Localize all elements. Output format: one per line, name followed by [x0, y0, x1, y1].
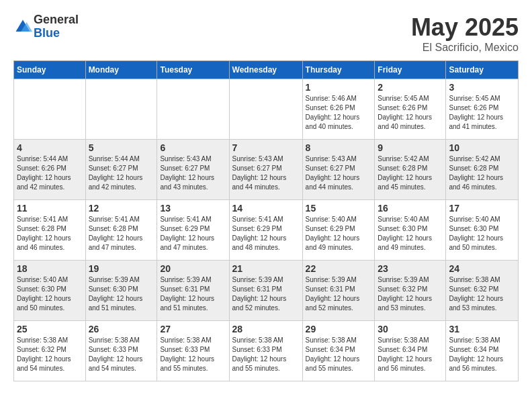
- weekday-header: Sunday: [14, 61, 86, 79]
- day-number: 30: [378, 324, 443, 334]
- title-block: May 2025 El Sacrificio, Mexico: [411, 13, 519, 54]
- calendar-cell: 31Sunrise: 5:38 AM Sunset: 6:34 PM Dayli…: [446, 321, 519, 381]
- calendar-cell: 27Sunrise: 5:38 AM Sunset: 6:33 PM Dayli…: [157, 321, 229, 381]
- day-number: 20: [160, 263, 226, 274]
- day-info: Sunrise: 5:38 AM Sunset: 6:33 PM Dayligh…: [89, 336, 154, 373]
- day-number: 3: [449, 82, 515, 93]
- day-number: 4: [17, 142, 83, 153]
- day-info: Sunrise: 5:40 AM Sunset: 6:29 PM Dayligh…: [306, 215, 372, 253]
- day-info: Sunrise: 5:39 AM Sunset: 6:31 PM Dayligh…: [160, 275, 226, 313]
- calendar-cell: 6Sunrise: 5:43 AM Sunset: 6:27 PM Daylig…: [157, 140, 229, 200]
- day-number: 17: [449, 203, 515, 214]
- calendar-week-row: 1Sunrise: 5:46 AM Sunset: 6:26 PM Daylig…: [14, 79, 519, 140]
- day-info: Sunrise: 5:46 AM Sunset: 6:26 PM Dayligh…: [306, 94, 372, 132]
- day-info: Sunrise: 5:40 AM Sunset: 6:30 PM Dayligh…: [378, 215, 443, 253]
- calendar-week-row: 18Sunrise: 5:40 AM Sunset: 6:30 PM Dayli…: [14, 261, 519, 321]
- calendar-cell: 16Sunrise: 5:40 AM Sunset: 6:30 PM Dayli…: [375, 200, 446, 261]
- logo-general: General: [34, 13, 79, 27]
- weekday-header: Tuesday: [157, 61, 229, 79]
- calendar-week-row: 11Sunrise: 5:41 AM Sunset: 6:28 PM Dayli…: [14, 200, 519, 261]
- day-number: 1: [306, 82, 372, 93]
- day-info: Sunrise: 5:41 AM Sunset: 6:29 PM Dayligh…: [232, 215, 300, 253]
- day-number: 29: [306, 324, 372, 334]
- calendar-cell: [14, 79, 86, 140]
- calendar-cell: 2Sunrise: 5:45 AM Sunset: 6:26 PM Daylig…: [375, 79, 446, 140]
- calendar-cell: 4Sunrise: 5:44 AM Sunset: 6:26 PM Daylig…: [14, 140, 86, 200]
- logo: General Blue: [13, 13, 79, 40]
- calendar-week-row: 25Sunrise: 5:38 AM Sunset: 6:32 PM Dayli…: [14, 321, 519, 381]
- day-info: Sunrise: 5:40 AM Sunset: 6:30 PM Dayligh…: [17, 275, 83, 313]
- day-number: 12: [89, 203, 154, 214]
- calendar-cell: 20Sunrise: 5:39 AM Sunset: 6:31 PM Dayli…: [157, 261, 229, 321]
- day-number: 2: [378, 82, 443, 93]
- day-info: Sunrise: 5:41 AM Sunset: 6:28 PM Dayligh…: [17, 215, 83, 253]
- day-number: 8: [306, 142, 372, 153]
- day-info: Sunrise: 5:45 AM Sunset: 6:26 PM Dayligh…: [449, 94, 515, 132]
- calendar-cell: 14Sunrise: 5:41 AM Sunset: 6:29 PM Dayli…: [229, 200, 302, 261]
- day-info: Sunrise: 5:43 AM Sunset: 6:27 PM Dayligh…: [232, 154, 300, 192]
- calendar-cell: [229, 79, 302, 140]
- day-info: Sunrise: 5:41 AM Sunset: 6:28 PM Dayligh…: [89, 215, 154, 253]
- calendar-cell: 26Sunrise: 5:38 AM Sunset: 6:33 PM Dayli…: [85, 321, 157, 381]
- day-number: 26: [89, 324, 154, 334]
- day-info: Sunrise: 5:42 AM Sunset: 6:28 PM Dayligh…: [449, 154, 515, 192]
- day-info: Sunrise: 5:39 AM Sunset: 6:30 PM Dayligh…: [89, 275, 154, 313]
- day-number: 22: [306, 263, 372, 274]
- day-info: Sunrise: 5:45 AM Sunset: 6:26 PM Dayligh…: [378, 94, 443, 132]
- logo-icon: [13, 17, 32, 36]
- calendar-cell: 30Sunrise: 5:38 AM Sunset: 6:34 PM Dayli…: [375, 321, 446, 381]
- day-number: 6: [160, 142, 226, 153]
- day-number: 25: [17, 324, 83, 334]
- calendar-cell: 17Sunrise: 5:40 AM Sunset: 6:30 PM Dayli…: [446, 200, 519, 261]
- day-number: 9: [378, 142, 443, 153]
- calendar-cell: 12Sunrise: 5:41 AM Sunset: 6:28 PM Dayli…: [85, 200, 157, 261]
- day-number: 14: [232, 203, 300, 214]
- day-number: 21: [232, 263, 300, 274]
- day-info: Sunrise: 5:39 AM Sunset: 6:32 PM Dayligh…: [378, 275, 443, 313]
- day-number: 31: [449, 324, 515, 334]
- calendar-week-row: 4Sunrise: 5:44 AM Sunset: 6:26 PM Daylig…: [14, 140, 519, 200]
- day-number: 13: [160, 203, 226, 214]
- calendar-cell: 19Sunrise: 5:39 AM Sunset: 6:30 PM Dayli…: [85, 261, 157, 321]
- calendar-cell: 18Sunrise: 5:40 AM Sunset: 6:30 PM Dayli…: [14, 261, 86, 321]
- day-number: 18: [17, 263, 83, 274]
- day-info: Sunrise: 5:39 AM Sunset: 6:31 PM Dayligh…: [306, 275, 372, 313]
- day-number: 24: [449, 263, 515, 274]
- day-info: Sunrise: 5:42 AM Sunset: 6:28 PM Dayligh…: [378, 154, 443, 192]
- day-info: Sunrise: 5:38 AM Sunset: 6:34 PM Dayligh…: [378, 336, 443, 373]
- calendar-cell: 22Sunrise: 5:39 AM Sunset: 6:31 PM Dayli…: [302, 261, 375, 321]
- calendar-cell: 21Sunrise: 5:39 AM Sunset: 6:31 PM Dayli…: [229, 261, 302, 321]
- calendar-cell: 25Sunrise: 5:38 AM Sunset: 6:32 PM Dayli…: [14, 321, 86, 381]
- calendar-cell: 8Sunrise: 5:43 AM Sunset: 6:27 PM Daylig…: [302, 140, 375, 200]
- main-title: May 2025: [411, 13, 519, 42]
- day-number: 23: [378, 263, 443, 274]
- calendar-cell: 24Sunrise: 5:38 AM Sunset: 6:32 PM Dayli…: [446, 261, 519, 321]
- day-number: 11: [17, 203, 83, 214]
- weekday-header: Saturday: [446, 61, 519, 79]
- day-info: Sunrise: 5:40 AM Sunset: 6:30 PM Dayligh…: [449, 215, 515, 253]
- day-info: Sunrise: 5:44 AM Sunset: 6:26 PM Dayligh…: [17, 154, 83, 192]
- calendar-cell: 15Sunrise: 5:40 AM Sunset: 6:29 PM Dayli…: [302, 200, 375, 261]
- logo-text: General Blue: [34, 13, 79, 40]
- day-info: Sunrise: 5:38 AM Sunset: 6:32 PM Dayligh…: [449, 275, 515, 313]
- calendar-cell: 10Sunrise: 5:42 AM Sunset: 6:28 PM Dayli…: [446, 140, 519, 200]
- day-info: Sunrise: 5:43 AM Sunset: 6:27 PM Dayligh…: [160, 154, 226, 192]
- page-header: General Blue May 2025 El Sacrificio, Mex…: [13, 13, 519, 54]
- day-number: 7: [232, 142, 300, 153]
- logo-blue: Blue: [34, 27, 79, 40]
- calendar-cell: 29Sunrise: 5:38 AM Sunset: 6:34 PM Dayli…: [302, 321, 375, 381]
- calendar-cell: [85, 79, 157, 140]
- day-number: 16: [378, 203, 443, 214]
- weekday-header: Wednesday: [229, 61, 302, 79]
- calendar-cell: 3Sunrise: 5:45 AM Sunset: 6:26 PM Daylig…: [446, 79, 519, 140]
- day-info: Sunrise: 5:38 AM Sunset: 6:33 PM Dayligh…: [160, 336, 226, 373]
- day-number: 27: [160, 324, 226, 334]
- day-info: Sunrise: 5:43 AM Sunset: 6:27 PM Dayligh…: [306, 154, 372, 192]
- calendar-cell: 9Sunrise: 5:42 AM Sunset: 6:28 PM Daylig…: [375, 140, 446, 200]
- day-info: Sunrise: 5:44 AM Sunset: 6:27 PM Dayligh…: [89, 154, 154, 192]
- weekday-header: Thursday: [302, 61, 375, 79]
- calendar-table: SundayMondayTuesdayWednesdayThursdayFrid…: [13, 60, 519, 381]
- day-info: Sunrise: 5:38 AM Sunset: 6:34 PM Dayligh…: [306, 336, 372, 373]
- day-info: Sunrise: 5:41 AM Sunset: 6:29 PM Dayligh…: [160, 215, 226, 253]
- day-info: Sunrise: 5:39 AM Sunset: 6:31 PM Dayligh…: [232, 275, 300, 313]
